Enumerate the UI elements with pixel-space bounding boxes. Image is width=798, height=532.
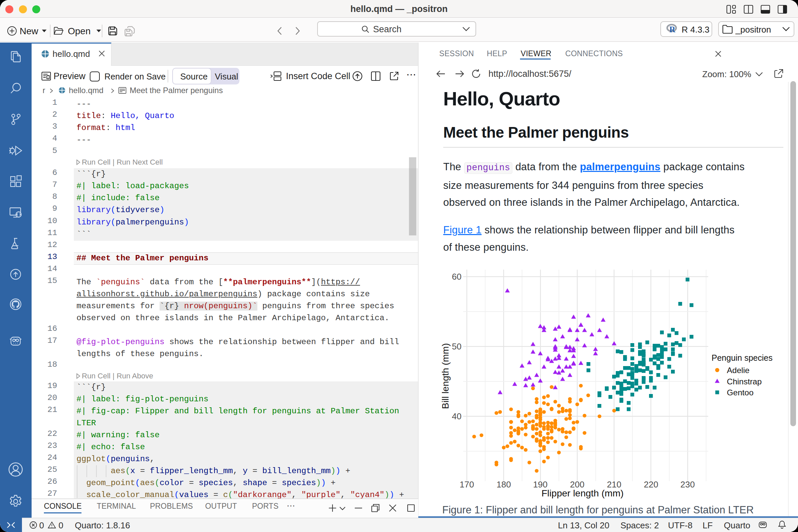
svg-text:50: 50 — [452, 341, 461, 352]
svg-text:Adelie: Adelie — [727, 366, 749, 375]
svg-text:170: 170 — [459, 479, 474, 490]
svg-text:220: 220 — [644, 479, 658, 490]
svg-text:60: 60 — [452, 272, 461, 282]
svg-text:40: 40 — [452, 411, 461, 421]
svg-text:230: 230 — [680, 479, 695, 490]
svg-text:Flipper length (mm): Flipper length (mm) — [541, 488, 624, 498]
svg-text:Bill length (mm): Bill length (mm) — [440, 343, 451, 409]
svg-text:Penguin species: Penguin species — [711, 353, 773, 362]
svg-text:180: 180 — [496, 479, 511, 490]
svg-text:Chinstrap: Chinstrap — [727, 377, 762, 386]
svg-text:Gentoo: Gentoo — [727, 388, 754, 397]
